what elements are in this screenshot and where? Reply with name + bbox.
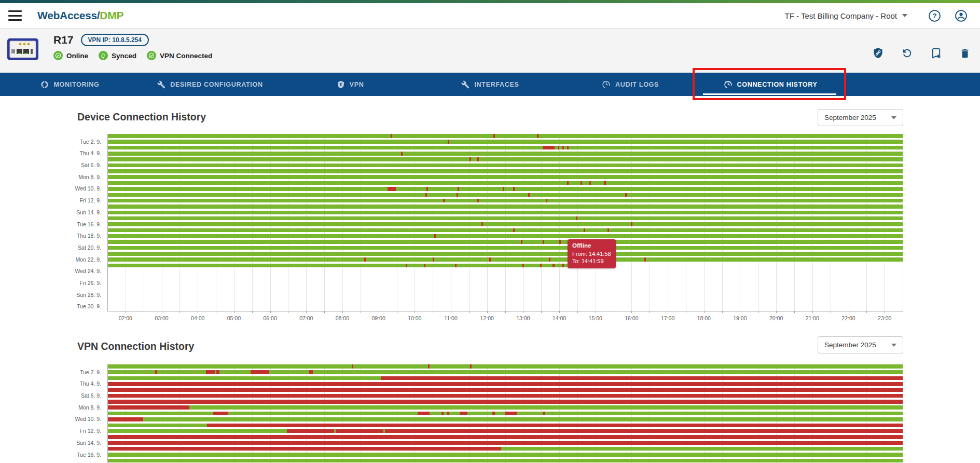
connection-row-day-2[interactable] <box>107 140 903 144</box>
online-segment <box>107 453 903 457</box>
connection-row-day-14[interactable] <box>107 211 903 215</box>
online-segment <box>107 169 903 173</box>
connection-row-day-10[interactable] <box>107 187 903 191</box>
connection-row-day-8[interactable] <box>107 175 903 179</box>
tab-vpn[interactable]: VPN <box>280 73 420 96</box>
delete-button[interactable] <box>959 48 971 59</box>
connection-row-day-1[interactable] <box>107 364 903 369</box>
x-axis-label: 11:00 <box>444 315 458 321</box>
connection-row-day-5[interactable] <box>107 157 903 161</box>
x-axis-tick <box>180 311 180 313</box>
x-axis-tick <box>379 311 379 313</box>
connection-row-day-9[interactable] <box>107 412 903 416</box>
tab-interfaces[interactable]: INTERFACES <box>420 73 560 96</box>
connection-row-day-12[interactable] <box>107 429 903 433</box>
offline-segment <box>493 134 495 138</box>
connection-row-day-11[interactable] <box>107 424 903 428</box>
month-selector-device[interactable]: September 2025 <box>818 109 903 126</box>
offline-segment <box>426 187 428 191</box>
connection-row-day-1[interactable] <box>107 134 903 138</box>
offline-segment <box>460 412 467 416</box>
x-axis-tick <box>216 311 216 313</box>
connection-row-day-16[interactable] <box>107 453 903 457</box>
device-connection-history-title: Device Connection History <box>77 111 206 123</box>
connection-row-day-9[interactable] <box>107 181 903 185</box>
connection-row-day-7[interactable] <box>107 169 903 173</box>
connection-row-day-4[interactable] <box>107 382 903 386</box>
offline-segment <box>581 181 582 185</box>
connection-row-day-7[interactable] <box>107 400 903 404</box>
connection-row-day-14[interactable] <box>107 441 903 445</box>
x-axis-tick <box>849 311 849 313</box>
tab-monitoring[interactable]: MONITORING <box>0 73 140 96</box>
x-axis-label: 05:00 <box>227 315 241 321</box>
bookmark-gear-button[interactable] <box>930 47 942 59</box>
connection-row-day-3[interactable] <box>107 376 903 380</box>
connection-row-day-12[interactable] <box>107 199 903 203</box>
device-chart-plot: Offline From: 14:41:58 To: 14:41:59 02:0… <box>107 134 903 311</box>
offline-segment <box>381 376 903 380</box>
connection-row-day-11[interactable] <box>107 193 903 197</box>
connection-row-day-10[interactable] <box>107 417 903 421</box>
connection-row-day-8[interactable] <box>107 405 903 410</box>
online-segment <box>107 175 903 179</box>
online-segment <box>107 157 903 161</box>
connection-row-day-21[interactable] <box>107 252 903 256</box>
offline-segment <box>505 412 517 416</box>
hamburger-menu-icon[interactable] <box>8 10 22 21</box>
tab-connection-history[interactable]: CONNECTION HISTORY <box>700 73 840 96</box>
connection-row-day-4[interactable] <box>107 152 903 156</box>
account-button[interactable] <box>955 9 968 22</box>
connection-row-day-17[interactable] <box>107 228 903 233</box>
x-axis-label: 14:00 <box>553 315 566 321</box>
connection-row-day-2[interactable] <box>107 370 903 374</box>
shield-link-button[interactable] <box>872 47 884 59</box>
connection-row-day-20[interactable] <box>107 246 903 250</box>
history-icon <box>602 80 611 89</box>
x-axis-tick <box>866 311 867 313</box>
x-axis-label: 07:00 <box>299 315 313 321</box>
connection-row-day-13[interactable] <box>107 205 903 209</box>
offline-segment <box>625 193 627 197</box>
connection-row-day-6[interactable] <box>107 164 903 168</box>
connection-row-day-19[interactable] <box>107 240 903 244</box>
row-label: Sat 20. 9. <box>0 245 101 251</box>
month-selector-vpn[interactable]: September 2025 <box>818 336 903 353</box>
restart-button[interactable] <box>901 47 913 59</box>
x-axis-tick <box>505 311 506 313</box>
chevron-down-icon <box>902 14 907 17</box>
gridline <box>903 364 903 463</box>
connection-row-day-3[interactable] <box>107 146 903 150</box>
online-segment <box>189 405 903 410</box>
donut-chart-icon <box>40 80 49 89</box>
tab-desired-configuration[interactable]: DESIRED CONFIGURATION <box>140 73 280 96</box>
connection-row-day-15[interactable] <box>107 447 903 451</box>
x-axis-label: 09:00 <box>371 315 385 321</box>
x-axis-label: 06:00 <box>263 315 277 321</box>
offline-segment <box>543 412 545 416</box>
x-axis-tick <box>451 311 451 313</box>
connection-row-day-6[interactable] <box>107 394 903 398</box>
company-selector[interactable]: TF - Test Billing Company - Root <box>785 11 907 20</box>
connection-row-day-5[interactable] <box>107 388 903 392</box>
app-logo[interactable]: WebAccess/DMP <box>37 9 123 22</box>
connection-row-day-22[interactable] <box>107 257 903 262</box>
connection-row-day-15[interactable] <box>107 216 903 221</box>
help-button[interactable]: ? <box>928 9 941 22</box>
x-axis-tick <box>252 311 253 313</box>
connection-row-day-18[interactable] <box>107 234 903 238</box>
connection-row-day-23[interactable] <box>107 264 903 268</box>
x-axis-tick <box>776 311 777 313</box>
offline-segment <box>537 134 539 138</box>
online-segment <box>107 376 381 380</box>
sync-circle-icon <box>99 51 108 60</box>
tab-audit-logs[interactable]: AUDIT LOGS <box>560 73 700 96</box>
connection-row-day-13[interactable] <box>107 435 903 439</box>
x-axis-label: 04:00 <box>191 315 204 321</box>
offline-segment <box>107 435 903 439</box>
connection-row-day-16[interactable] <box>107 222 903 226</box>
online-segment <box>107 364 903 369</box>
trash-icon <box>959 48 971 59</box>
x-axis-label: 20:00 <box>769 315 783 321</box>
connection-row-day-17[interactable] <box>107 459 903 463</box>
